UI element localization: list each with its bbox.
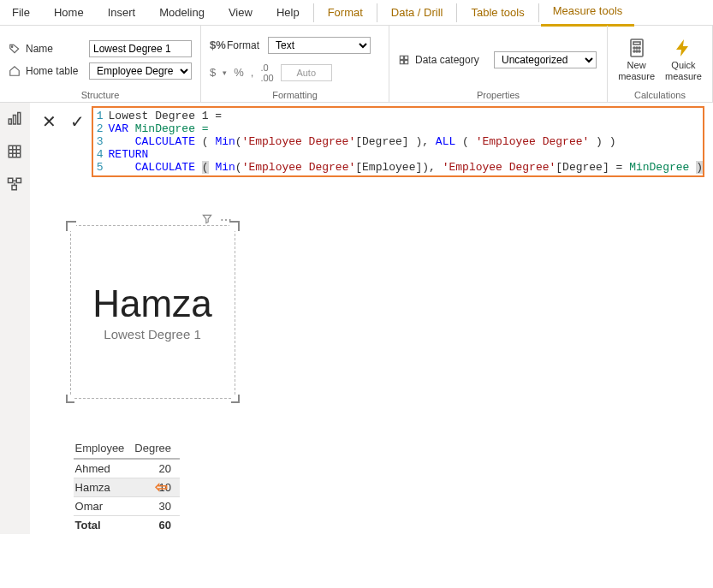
new-measure-button[interactable]: Newmeasure	[618, 38, 655, 80]
menu-insert[interactable]: Insert	[96, 0, 148, 26]
svg-rect-4	[405, 60, 408, 63]
svg-rect-14	[14, 116, 16, 125]
calculator-icon	[627, 38, 647, 58]
comma-button[interactable]: ,	[251, 66, 254, 79]
card-label: Lowest Degree 1	[104, 327, 200, 342]
svg-rect-2	[405, 56, 408, 59]
svg-point-9	[639, 47, 640, 49]
menu-help[interactable]: Help	[264, 0, 312, 26]
view-rail	[0, 103, 30, 534]
tag-icon	[9, 43, 21, 55]
ribbon-group-structure: Name Home table Employee Degree Structur…	[0, 26, 201, 102]
ribbon-group-properties: Data category Uncategorized Properties	[389, 26, 608, 102]
menu-view[interactable]: View	[217, 0, 264, 26]
quick-measure-label: Quickmeasure	[665, 60, 702, 80]
menu-format[interactable]: Format	[316, 0, 375, 26]
col-employee[interactable]: Employee	[74, 438, 134, 459]
work-area: ✕ ✓ 1Lowest Degree 1 = 2VAR MinDegree = …	[0, 103, 713, 534]
table-row-total: Total60	[74, 516, 180, 535]
menu-modeling[interactable]: Modeling	[147, 0, 217, 26]
svg-point-8	[636, 47, 638, 49]
menu-bar: File Home Insert Modeling View Help Form…	[0, 0, 713, 26]
data-view-icon[interactable]	[7, 144, 22, 159]
table-row[interactable]: Ahmed20	[74, 459, 180, 478]
format-label: Format	[227, 39, 263, 51]
svg-rect-15	[18, 113, 21, 125]
cell-total-label: Total	[74, 516, 134, 535]
menu-table-tools[interactable]: Table tools	[459, 0, 536, 26]
more-icon[interactable]: ⋯	[220, 213, 232, 227]
svg-rect-21	[9, 178, 13, 182]
bolt-icon	[673, 38, 693, 58]
card-value: Hamza	[92, 282, 211, 325]
currency-button[interactable]: $	[210, 66, 216, 79]
menu-separator	[313, 3, 314, 22]
code-line-2: VAR MinDegree =	[109, 122, 209, 135]
menu-separator	[456, 3, 457, 22]
group-label-properties: Properties	[398, 90, 598, 102]
decimals-dec-button[interactable]: .0.00	[260, 62, 273, 83]
ribbon-group-formatting: $% Format Text $▾ % , .0.00 Auto Formatt…	[201, 26, 389, 102]
cell-emp: Ahmed	[74, 459, 134, 478]
code-line-5: CALCULATE ( Min('Employee Degree'[Employ…	[109, 161, 703, 174]
table-row[interactable]: Omar30	[74, 497, 180, 516]
svg-rect-3	[400, 60, 403, 63]
name-input[interactable]	[89, 40, 192, 57]
svg-rect-16	[9, 146, 21, 157]
svg-rect-23	[12, 186, 16, 190]
menu-file[interactable]: File	[0, 0, 42, 26]
formula-editor[interactable]: 1Lowest Degree 1 = 2VAR MinDegree = 3 CA…	[92, 106, 704, 177]
group-label-calculations: Calculations	[616, 90, 704, 102]
cell-deg: 30	[133, 497, 180, 516]
ribbon: Name Home table Employee Degree Structur…	[0, 26, 713, 103]
svg-point-7	[633, 47, 635, 49]
canvas: ✕ ✓ 1Lowest Degree 1 = 2VAR MinDegree = …	[30, 103, 713, 534]
svg-rect-6	[633, 42, 640, 45]
percent-button[interactable]: %	[234, 66, 244, 79]
model-view-icon[interactable]	[7, 176, 22, 192]
menu-separator	[377, 3, 377, 22]
data-category-label: Data category	[415, 54, 489, 66]
cell-deg: 20	[133, 459, 180, 478]
col-degree[interactable]: Degree	[133, 438, 180, 459]
format-select[interactable]: Text	[268, 37, 371, 54]
code-line-1: Lowest Degree 1 =	[109, 110, 223, 122]
home-table-select[interactable]: Employee Degree	[89, 62, 192, 80]
svg-point-10	[633, 50, 635, 52]
menu-measure-tools[interactable]: Measure tools	[541, 0, 635, 27]
group-label-formatting: Formatting	[210, 90, 380, 102]
svg-rect-22	[17, 178, 21, 182]
menu-home[interactable]: Home	[42, 0, 96, 26]
code-line-4: RETURN	[109, 148, 149, 161]
report-view-icon[interactable]	[7, 111, 22, 127]
cell-emp: Hamza	[74, 478, 134, 497]
name-label: Name	[26, 43, 84, 55]
cancel-formula-button[interactable]: ✕	[35, 106, 63, 132]
filter-icon[interactable]	[201, 213, 213, 227]
ribbon-group-calculations: Newmeasure Quickmeasure Calculations	[608, 26, 713, 102]
svg-rect-13	[9, 119, 12, 124]
menu-data-drill[interactable]: Data / Drill	[379, 0, 455, 26]
svg-point-12	[639, 50, 640, 52]
new-measure-label: Newmeasure	[618, 60, 655, 80]
quick-measure-button[interactable]: Quickmeasure	[665, 38, 702, 80]
cell-total-value: 60	[133, 516, 180, 535]
menu-separator	[538, 3, 539, 22]
decimals-input: Auto	[281, 64, 332, 81]
card-visual[interactable]: ⋯ Hamza Lowest Degree 1	[74, 229, 232, 395]
data-category-icon	[398, 54, 410, 66]
svg-point-11	[636, 50, 638, 52]
commit-formula-button[interactable]: ✓	[63, 106, 92, 132]
code-line-3: CALCULATE ( Min('Employee Degree'[Degree…	[109, 135, 616, 148]
svg-point-0	[11, 45, 13, 47]
svg-rect-1	[400, 56, 403, 59]
home-table-label: Home table	[26, 65, 84, 77]
data-category-select[interactable]: Uncategorized	[494, 51, 597, 68]
formula-bar: ✕ ✓ 1Lowest Degree 1 = 2VAR MinDegree = …	[35, 103, 713, 177]
home-icon	[9, 65, 21, 77]
annotation-arrow-icon: ⇦	[155, 478, 168, 496]
group-label-structure: Structure	[9, 90, 192, 102]
cell-emp: Omar	[74, 497, 134, 516]
format-icon: $%	[210, 39, 222, 51]
